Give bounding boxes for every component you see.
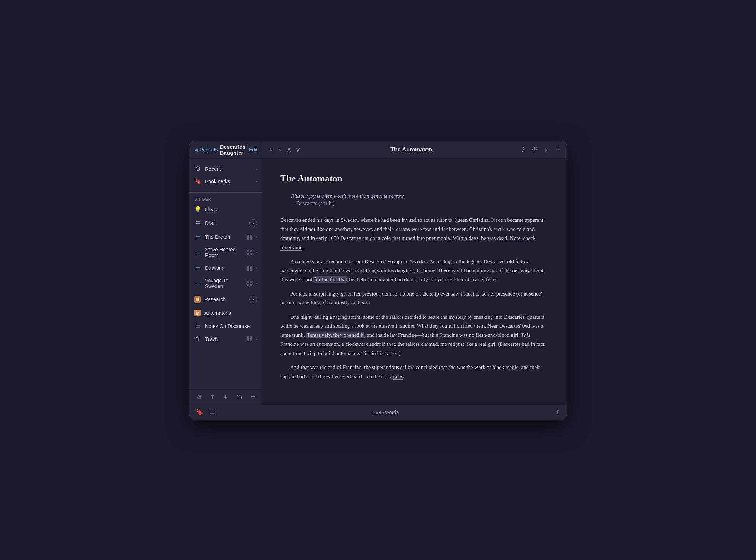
recent-chevron: › <box>256 166 257 171</box>
toolbar-icons: 𝒊 ⏱ ⌕ + <box>522 145 560 154</box>
paragraph-2: A strange story is recounted about Desca… <box>280 257 549 284</box>
sidebar-top-section: ⏱ Recent › 🔖 Bookmarks › <box>189 159 262 191</box>
main-content: ⏱ Recent › 🔖 Bookmarks › BINDER 💡 Ideas <box>189 159 567 405</box>
nav-fwd-icon[interactable]: ↘ <box>278 147 282 153</box>
bookmark-icon: 🔖 <box>194 179 201 184</box>
recent-label: Recent <box>205 166 252 172</box>
sidebar-item-ideas[interactable]: 💡 Ideas <box>189 203 262 216</box>
doc-heading: The Automaton <box>280 173 549 184</box>
bookmark-bottom-icon[interactable]: 🔖 <box>196 409 203 416</box>
folder-add-icon[interactable]: 🗂 <box>236 394 242 401</box>
italic-this: This <box>521 332 530 338</box>
nav-up-down: ∧ ∨ <box>287 146 300 154</box>
sidebar-item-automatons[interactable]: 🖼 Automatons <box>189 307 262 319</box>
note-link-timeframe[interactable]: Note: check timeframe <box>280 235 536 251</box>
grid-icon-stove <box>247 250 252 255</box>
notes-on-discourse-label: Notes On Discourse <box>205 323 257 329</box>
folder-icon-dualism: ▭ <box>194 264 201 271</box>
voyage-chevron: › <box>256 281 257 286</box>
nav-up-icon[interactable]: ∧ <box>287 146 291 154</box>
draft-circle-btn[interactable]: › <box>249 219 257 227</box>
back-button[interactable]: ◂ <box>194 146 198 154</box>
bulb-icon: 💡 <box>194 206 201 213</box>
the-dream-label: The Dream <box>205 234 244 240</box>
sidebar-item-dualism[interactable]: ▭ Dualism › <box>189 261 262 274</box>
epigraph-text: Illusory joy is often worth more than ge… <box>291 192 549 200</box>
grid-icon-dream <box>247 235 252 240</box>
draft-doc-icon: ☰ <box>194 220 201 227</box>
research-img-icon: ⊞ <box>194 296 201 303</box>
add-icon[interactable]: + <box>556 145 560 154</box>
clock-icon: ⏱ <box>194 166 201 172</box>
sidebar-item-recent[interactable]: ⏱ Recent › <box>189 163 262 175</box>
folder-icon-stove: ▭ <box>194 249 201 256</box>
sidebar-item-notes-on-discourse[interactable]: ☰ Notes On Discourse <box>189 319 262 333</box>
grid-icon-voyage <box>247 281 252 286</box>
nav-down-icon[interactable]: ∨ <box>296 146 300 154</box>
app-container: ◂ Projects Descartes' Daughter Edit ↖ ↘ … <box>189 140 567 420</box>
gear-icon[interactable]: ⚙ <box>196 393 202 401</box>
sidebar-item-bookmarks[interactable]: 🔖 Bookmarks › <box>189 175 262 187</box>
top-bar-right: ↖ ↘ ∧ ∨ The Automaton 𝒊 ⏱ ⌕ + <box>262 140 567 159</box>
paragraph-1: Descartes ended his days in Sweden, wher… <box>280 216 549 252</box>
highlight-for-the-fact: for the fact that <box>313 276 348 283</box>
sidebar-item-voyage-to-sweden[interactable]: ▭ Voyage To Sweden › <box>189 274 262 292</box>
sidebar-bottom-bar: ⚙ ⬆ ⬇ 🗂 + <box>189 389 262 405</box>
history-icon[interactable]: ⏱ <box>532 146 538 153</box>
editor-pane[interactable]: The Automaton Illusory joy is often wort… <box>262 159 567 405</box>
info-icon[interactable]: 𝒊 <box>522 145 525 154</box>
bookmarks-label: Bookmarks <box>205 179 252 184</box>
sidebar-divider-1 <box>189 192 262 193</box>
word-count: 2,995 words <box>215 410 555 415</box>
dualism-label: Dualism <box>205 265 244 271</box>
editor-bottom-bar: 🔖 ☰ 2,995 words ⬆ <box>189 405 567 420</box>
trash-icon: 🗑 <box>194 336 201 342</box>
nav-arrows: ↖ ↘ <box>269 147 282 153</box>
top-bar-left: ◂ Projects Descartes' Daughter Edit <box>189 140 262 159</box>
share-bottom-icon[interactable]: ⬆ <box>555 409 560 416</box>
sidebar: ⏱ Recent › 🔖 Bookmarks › BINDER 💡 Ideas <box>189 159 262 405</box>
epigraph: Illusory joy is often worth more than ge… <box>280 192 549 206</box>
nav-back-icon[interactable]: ↖ <box>269 147 274 153</box>
trash-chevron: › <box>256 336 257 341</box>
grid-icon-dualism <box>247 266 252 271</box>
editor-bottom-left: 🔖 ☰ <box>196 409 215 416</box>
search-icon[interactable]: ⌕ <box>545 146 549 153</box>
ideas-label: Ideas <box>205 207 257 212</box>
automatons-label: Automatons <box>204 310 257 316</box>
paragraph-3: Perhaps unsurprisingly given her previou… <box>280 289 549 308</box>
body-text: Descartes ended his days in Sweden, wher… <box>280 216 549 381</box>
doc-title: The Automaton <box>300 147 522 153</box>
sidebar-item-research[interactable]: ⊞ Research › <box>189 292 262 307</box>
research-label: Research <box>204 297 246 302</box>
sidebar-item-the-dream[interactable]: ▭ The Dream › <box>189 230 262 243</box>
epigraph-attr: —Descartes (attrib.) <box>291 200 549 206</box>
trash-label: Trash <box>205 336 244 342</box>
sidebar-item-stove-heated-room[interactable]: ▭ Stove-Heated Room › <box>189 243 262 261</box>
draft-label: Draft <box>205 220 246 226</box>
research-circle-btn[interactable]: › <box>249 296 257 303</box>
dualism-chevron: › <box>256 266 257 271</box>
bookmarks-chevron: › <box>256 179 257 184</box>
paragraph-4: One night, during a raging storm, some o… <box>280 313 549 358</box>
share-up-icon[interactable]: ⬆ <box>210 393 215 401</box>
sidebar-item-draft[interactable]: ☰ Draft › <box>189 216 262 230</box>
sidebar-item-trash[interactable]: 🗑 Trash › <box>189 333 262 345</box>
stove-heated-room-label: Stove-Heated Room <box>205 247 244 258</box>
link-goes[interactable]: goes <box>393 374 403 380</box>
dream-chevron: › <box>256 235 257 240</box>
highlight-tentatively: Tentatively, they opened it <box>306 332 364 338</box>
edit-button[interactable]: Edit <box>249 147 257 153</box>
stove-chevron: › <box>256 250 257 255</box>
binder-label: BINDER <box>189 194 262 203</box>
project-name: Descartes' Daughter <box>220 144 247 156</box>
sidebar-add-icon[interactable]: + <box>251 393 255 401</box>
download-icon[interactable]: ⬇ <box>223 393 228 401</box>
folder-icon-dream: ▭ <box>194 233 201 240</box>
notes-doc-icon: ☰ <box>194 323 201 329</box>
menu-bottom-icon[interactable]: ☰ <box>210 409 215 416</box>
paragraph-5: And that was the end of Francine: the su… <box>280 363 549 381</box>
folder-icon-voyage: ▭ <box>194 280 201 287</box>
voyage-to-sweden-label: Voyage To Sweden <box>205 278 244 289</box>
projects-link[interactable]: Projects <box>200 147 218 153</box>
